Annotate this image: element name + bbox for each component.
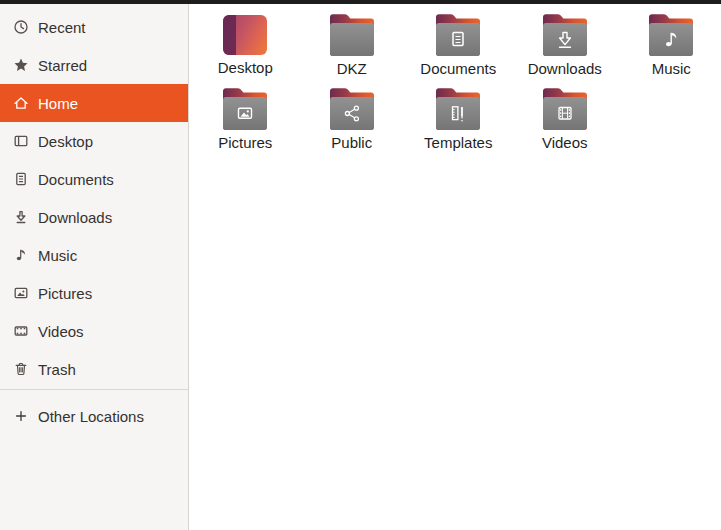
folder-icon [330,88,374,130]
window-top-edge [0,0,721,4]
plus-icon [13,408,29,424]
sidebar-item-videos[interactable]: Videos [0,312,188,350]
file-item-documents[interactable]: Documents [405,6,512,80]
sidebar-item-label: Desktop [38,133,93,150]
places-sidebar: RecentStarredHomeDesktopDocumentsDownloa… [0,4,189,530]
file-item-music[interactable]: Music [618,6,721,80]
documents-icon [13,171,29,187]
file-label: Public [331,135,372,151]
sidebar-item-label: Home [38,95,78,112]
sidebar-item-desktop[interactable]: Desktop [0,122,188,160]
sidebar-item-label: Recent [38,19,86,36]
desktop-icon [13,133,29,149]
folder-icon [436,14,480,56]
sidebar-item-other-locations[interactable]: Other Locations [0,397,188,435]
sidebar-separator [0,389,188,390]
sidebar-item-label: Downloads [38,209,112,226]
desktop-gradient-icon [223,15,267,55]
sidebar-item-pictures[interactable]: Pictures [0,274,188,312]
file-item-videos[interactable]: Videos [512,80,619,154]
sidebar-item-documents[interactable]: Documents [0,160,188,198]
file-item-dkz[interactable]: DKZ [299,6,406,80]
folder-icon [543,14,587,56]
file-item-desktop[interactable]: Desktop [192,6,299,80]
folder-icon [649,14,693,56]
sidebar-item-label: Documents [38,171,114,188]
sidebar-item-label: Other Locations [38,408,144,425]
file-label: Downloads [528,61,602,77]
file-label: Desktop [218,60,273,76]
file-item-pictures[interactable]: Pictures [192,80,299,154]
pictures-icon [13,285,29,301]
files-view: DesktopDKZDocumentsDownloadsMusicPicture… [189,4,721,530]
videos-icon [13,323,29,339]
home-icon [13,95,29,111]
sidebar-item-starred[interactable]: Starred [0,46,188,84]
folder-icon [330,14,374,56]
downloads-icon [13,209,29,225]
sidebar-item-label: Music [38,247,77,264]
recent-icon [13,19,29,35]
sidebar-item-label: Trash [38,361,76,378]
sidebar-item-trash[interactable]: Trash [0,350,188,388]
file-item-templates[interactable]: Templates [405,80,512,154]
file-label: DKZ [337,61,367,77]
file-label: Documents [420,61,496,77]
star-icon [13,57,29,73]
sidebar-item-recent[interactable]: Recent [0,8,188,46]
file-item-downloads[interactable]: Downloads [512,6,619,80]
sidebar-item-label: Videos [38,323,84,340]
folder-icon [436,88,480,130]
file-item-public[interactable]: Public [299,80,406,154]
sidebar-list: RecentStarredHomeDesktopDocumentsDownloa… [0,4,188,388]
file-label: Videos [542,135,588,151]
sidebar-footer-list: Other Locations [0,397,188,435]
sidebar-item-downloads[interactable]: Downloads [0,198,188,236]
trash-icon [13,361,29,377]
file-label: Pictures [218,135,272,151]
sidebar-item-label: Pictures [38,285,92,302]
file-label: Music [652,61,691,77]
sidebar-item-music[interactable]: Music [0,236,188,274]
sidebar-item-label: Starred [38,57,87,74]
file-grid: DesktopDKZDocumentsDownloadsMusicPicture… [189,4,721,154]
music-icon [13,247,29,263]
folder-icon [223,88,267,130]
file-label: Templates [424,135,492,151]
desktop-icon-strip [223,15,236,55]
sidebar-item-home[interactable]: Home [0,84,188,122]
folder-icon [543,88,587,130]
